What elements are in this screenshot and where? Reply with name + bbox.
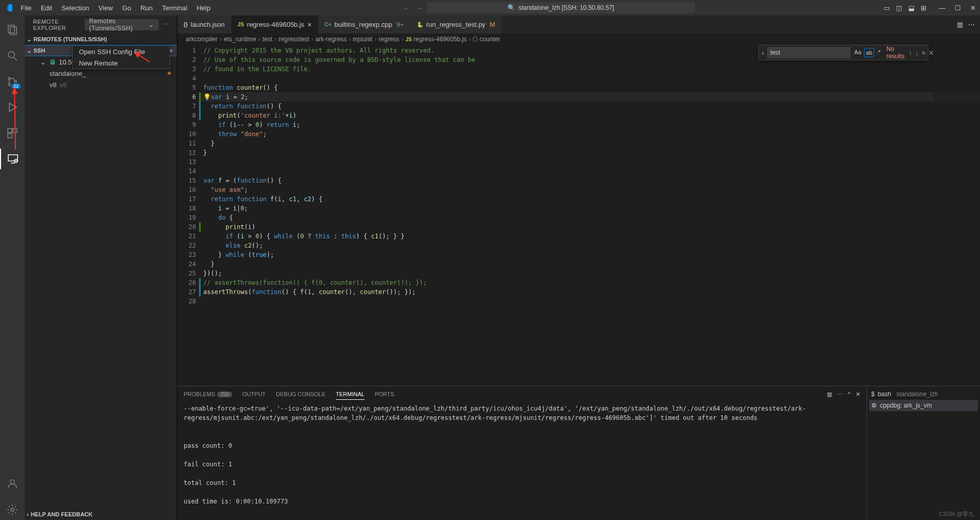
- layout-icon[interactable]: ▭: [884, 4, 890, 12]
- help-feedback-section[interactable]: › HELP AND FEEDBACK: [25, 509, 177, 520]
- bottom-panel: PROBLEMS250OUTPUTDEBUG CONSOLETERMINALPO…: [177, 386, 980, 520]
- editor-tab[interactable]: C+builtins_regexp.cpp9+: [318, 15, 411, 34]
- breadcrumb-item[interactable]: ⬡ counter: [472, 36, 500, 43]
- menu-go[interactable]: Go: [118, 2, 135, 14]
- source-control-icon[interactable]: 22: [0, 71, 25, 92]
- split-editor-icon[interactable]: ▥: [957, 21, 963, 28]
- svg-rect-10: [8, 134, 12, 138]
- chevron-down-icon: ⌄: [149, 21, 154, 28]
- more-icon[interactable]: ⋯: [968, 21, 975, 28]
- menu-selection[interactable]: Selection: [57, 2, 93, 14]
- breadcrumb-item[interactable]: ets_runtime: [224, 36, 256, 43]
- code-content[interactable]: // Copyright 2015 the V8 project authors…: [203, 45, 980, 386]
- sidebar: REMOTE EXPLORER Remotes (Tunnels/SSH) ⌄ …: [25, 15, 177, 520]
- next-match-icon[interactable]: ↓: [915, 49, 919, 57]
- breadcrumb-item[interactable]: regress: [379, 36, 399, 43]
- prev-match-icon[interactable]: ↑: [909, 49, 912, 57]
- maximize-panel-icon[interactable]: ^: [848, 389, 851, 400]
- match-case-toggle[interactable]: Aa: [853, 48, 862, 57]
- split-terminal-icon[interactable]: ▥: [827, 389, 832, 400]
- terminal-icon: ⚙: [871, 402, 877, 409]
- find-options: Aa ab ·*: [853, 48, 882, 57]
- close-icon[interactable]: ✕: [928, 49, 934, 57]
- panel-tab-terminal[interactable]: TERMINAL: [336, 389, 365, 400]
- breadcrumb-item[interactable]: regresstest: [279, 36, 309, 43]
- maximize-icon[interactable]: ☐: [955, 4, 961, 12]
- terminal-icon: $: [871, 391, 875, 398]
- editor-tab[interactable]: JSregress-469605b.js×: [232, 15, 319, 34]
- status-dot-icon: [168, 72, 171, 75]
- svg-point-6: [14, 80, 17, 83]
- find-input[interactable]: [767, 47, 851, 58]
- sidebar-title: REMOTE EXPLORER: [33, 19, 85, 31]
- menu-file[interactable]: File: [17, 2, 36, 14]
- terminal-list-item[interactable]: ⚙cppdbg: ark_js_vm: [869, 400, 978, 411]
- ssh-folder-item[interactable]: v8 v8: [25, 79, 177, 90]
- panel-tab-output[interactable]: OUTPUT: [242, 389, 266, 399]
- menu-help[interactable]: Help: [192, 2, 215, 14]
- search-icon[interactable]: [0, 45, 25, 66]
- menu-bar: FileEditSelectionViewGoRunTerminalHelp: [17, 2, 215, 14]
- terminal-body[interactable]: --enable-force-gc=true', '--icu-data-pat…: [177, 402, 867, 520]
- scm-badge: 22: [11, 84, 21, 89]
- file-icon: 🐍: [417, 22, 423, 27]
- menu-view[interactable]: View: [94, 2, 117, 14]
- sidebar-header: REMOTE EXPLORER Remotes (Tunnels/SSH) ⌄ …: [25, 15, 177, 34]
- code-editor[interactable]: 1234567891011121314151617181920212223242…: [177, 45, 980, 386]
- svg-rect-11: [8, 155, 18, 161]
- open-ssh-config-item[interactable]: Open SSH Config File: [73, 46, 170, 57]
- file-icon: {}: [184, 22, 188, 27]
- forward-icon[interactable]: →: [416, 4, 422, 12]
- svg-rect-8: [8, 128, 12, 133]
- command-center[interactable]: 🔍 standalone_lzh [SSH: 10.50.80.57]: [427, 2, 695, 13]
- close-tab-icon[interactable]: ×: [307, 21, 312, 29]
- editor-tab[interactable]: 🐍run_regress_test.pyM: [411, 15, 502, 34]
- svg-marker-7: [9, 103, 17, 111]
- breadcrumb-item[interactable]: mjsunit: [353, 36, 372, 43]
- back-icon[interactable]: ←: [403, 4, 410, 12]
- run-debug-icon[interactable]: [0, 97, 25, 118]
- minimize-icon[interactable]: —: [939, 4, 945, 12]
- editor-tab[interactable]: {}launch.json: [177, 15, 232, 34]
- new-remote-item[interactable]: New Remote: [73, 57, 170, 69]
- find-results-text: No results: [884, 45, 906, 60]
- menu-edit[interactable]: Edit: [37, 2, 56, 14]
- extensions-icon[interactable]: [0, 123, 25, 143]
- layout-icon[interactable]: ◫: [896, 4, 902, 12]
- nav-arrows[interactable]: ← →: [403, 4, 422, 12]
- regex-toggle[interactable]: ·*: [875, 48, 882, 57]
- more-icon[interactable]: ⋯: [837, 389, 843, 400]
- breadcrumb-item[interactable]: test: [263, 36, 272, 43]
- titlebar: FileEditSelectionViewGoRunTerminalHelp ←…: [0, 0, 980, 15]
- breadcrumb-item[interactable]: ark-regress: [315, 36, 347, 43]
- close-icon[interactable]: ✕: [970, 4, 976, 12]
- breadcrumb[interactable]: arkcompiler›ets_runtime›test›regresstest…: [177, 34, 980, 45]
- panel-tab-ports[interactable]: PORTS: [375, 389, 395, 399]
- minimap[interactable]: [934, 45, 980, 386]
- selection-icon[interactable]: ≡: [922, 49, 926, 57]
- title-search-text: standalone_lzh [SSH: 10.50.80.57]: [518, 4, 614, 11]
- ssh-folder-item[interactable]: standalone_: [25, 68, 177, 79]
- more-icon[interactable]: ⋯: [163, 21, 169, 28]
- file-icon: C+: [324, 22, 331, 27]
- remotes-section-header[interactable]: ⌄ REMOTES (TUNNELS/SSH): [25, 34, 177, 45]
- remote-type-dropdown[interactable]: Remotes (Tunnels/SSH) ⌄: [85, 19, 159, 30]
- panel-tab-problems[interactable]: PROBLEMS250: [184, 389, 232, 399]
- menu-terminal[interactable]: Terminal: [158, 2, 191, 14]
- chevron-right-icon[interactable]: ›: [761, 49, 765, 57]
- layout-icon[interactable]: ⬓: [908, 4, 914, 12]
- remote-explorer-icon[interactable]: [0, 149, 25, 169]
- explorer-icon[interactable]: [0, 20, 25, 40]
- whole-word-toggle[interactable]: ab: [864, 48, 874, 57]
- activity-bar: 22: [0, 15, 25, 520]
- account-icon[interactable]: [0, 474, 25, 494]
- settings-icon[interactable]: [0, 499, 25, 520]
- breadcrumb-item[interactable]: arkcompiler: [186, 36, 218, 43]
- layout-icon[interactable]: ⊞: [921, 4, 926, 12]
- svg-line-3: [14, 57, 17, 60]
- close-panel-icon[interactable]: ✕: [856, 389, 860, 400]
- terminal-list-item[interactable]: $bashstandalone_lzh: [869, 388, 978, 400]
- menu-run[interactable]: Run: [136, 2, 157, 14]
- panel-tab-debug-console[interactable]: DEBUG CONSOLE: [276, 389, 325, 399]
- breadcrumb-item[interactable]: JS regress-469605b.js: [405, 36, 466, 43]
